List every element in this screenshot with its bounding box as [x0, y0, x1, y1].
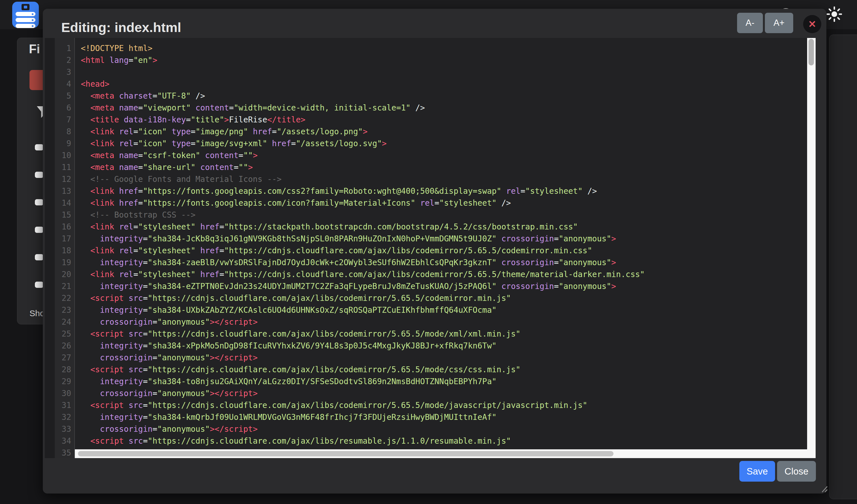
line-number: 26 [55, 340, 74, 352]
font-increase-button[interactable]: A+ [765, 13, 793, 33]
screen: FileRise Fi D Sho Editing: index.html A-… [0, 0, 857, 504]
line-number: 3 [55, 66, 74, 78]
code-line[interactable]: integrity="sha384-xPpkMo5nDgD98fIcuRVYhx… [81, 340, 807, 352]
theme-toggle-sun-icon[interactable] [827, 6, 842, 22]
code-line[interactable]: <script src="https://cdnjs.cloudflare.co… [81, 399, 807, 411]
line-number: 5 [55, 90, 74, 102]
line-number: 12 [55, 173, 74, 185]
line-number: 32 [55, 411, 74, 423]
editor-modal: Editing: index.html A- A+ ✕ 123456789101… [43, 9, 826, 493]
file-checkbox[interactable] [35, 227, 44, 233]
code-line[interactable]: integrity="sha384-JcKb8q3iqJ61gNV9KGb8th… [81, 233, 807, 245]
code-line[interactable]: integrity="sha384-to8njsu2GAiXQnY/aLGzz0… [81, 376, 807, 387]
line-number: 19 [55, 257, 74, 268]
line-number: 1 [55, 42, 74, 54]
modal-title: Editing: index.html [61, 20, 181, 35]
line-number: 18 [55, 245, 74, 257]
line-number: 34 [55, 435, 74, 447]
code-line[interactable]: <html lang="en"> [81, 54, 807, 66]
show-label: Sho [30, 309, 45, 318]
code-line[interactable]: integrity="sha384-UXbkZAbZYZ/KCAslc6UO4d… [81, 304, 807, 316]
logo-bar [16, 24, 35, 28]
line-number: 16 [55, 221, 74, 233]
line-number: 6 [55, 102, 74, 114]
file-checkbox[interactable] [35, 172, 44, 178]
code-line[interactable]: <script src="https://cdnjs.cloudflare.co… [81, 364, 807, 376]
line-number: 14 [55, 197, 74, 209]
code-line[interactable]: <link rel="stylesheet" href="https://cdn… [81, 245, 807, 257]
font-decrease-button[interactable]: A- [737, 13, 763, 33]
line-number: 22 [55, 292, 74, 304]
resize-handle[interactable] [818, 485, 828, 493]
code-line[interactable]: <link rel="stylesheet" href="https://cdn… [81, 268, 807, 280]
file-checkbox[interactable] [35, 144, 44, 151]
code-line[interactable]: <meta name="share-url" content=""> [81, 161, 807, 173]
line-number: 13 [55, 185, 74, 197]
code-line[interactable]: <script src="https://cdnjs.cloudflare.co… [81, 435, 807, 447]
panel-title: Fi [29, 42, 40, 56]
code-line[interactable]: <link rel="icon" type="image/png" href="… [81, 126, 807, 138]
line-number: 2 [55, 54, 74, 66]
code-editor[interactable]: 1234567891011121314151617181920212223242… [45, 38, 816, 458]
code-line[interactable]: integrity="sha384-zaeBlB/vwYsDRSlFajnDd7… [81, 257, 807, 268]
line-number: 7 [55, 114, 74, 126]
line-number: 35 [55, 447, 74, 459]
code-line[interactable]: crossorigin="anonymous"></script> [81, 352, 807, 364]
close-button[interactable]: Close [777, 461, 816, 482]
code-line[interactable]: integrity="sha384-eZTPTN0EvJdn23s24UDYJm… [81, 280, 807, 292]
code-line[interactable]: <title data-i18n-key="title">FileRise</t… [81, 114, 807, 126]
line-number: 10 [55, 150, 74, 161]
close-icon[interactable]: ✕ [803, 15, 821, 33]
code-line[interactable]: <link rel="stylesheet" href="https://sta… [81, 221, 807, 233]
line-number: 29 [55, 376, 74, 387]
code-line[interactable]: <script src="https://cdnjs.cloudflare.co… [81, 292, 807, 304]
code-line[interactable]: <meta name="viewport" content="width=dev… [81, 102, 807, 114]
code-line[interactable]: <head> [81, 78, 807, 90]
line-number: 17 [55, 233, 74, 245]
editor-code[interactable]: <!DOCTYPE html><html lang="en"><head> <m… [75, 38, 807, 458]
code-line[interactable]: <link href="https://fonts.googleapis.com… [81, 185, 807, 197]
line-number: 25 [55, 328, 74, 340]
line-number: 23 [55, 304, 74, 316]
horizontal-scrollbar-thumb[interactable] [78, 451, 614, 456]
horizontal-scrollbar[interactable] [75, 449, 807, 458]
vertical-scrollbar-thumb[interactable] [808, 39, 814, 66]
vertical-scrollbar[interactable] [807, 38, 816, 458]
line-number: 30 [55, 387, 74, 399]
code-line[interactable]: <meta name="csrf-token" content=""> [81, 150, 807, 161]
file-checkbox[interactable] [35, 282, 44, 288]
line-number: 31 [55, 399, 74, 411]
line-number: 20 [55, 268, 74, 280]
editor-gutter: 1234567891011121314151617181920212223242… [55, 38, 75, 458]
line-number: 8 [55, 126, 74, 138]
code-line[interactable]: crossorigin="anonymous"></script> [81, 387, 807, 399]
file-checkbox[interactable] [35, 254, 44, 260]
editor-left-strip [45, 38, 55, 458]
code-line[interactable]: <!-- Google Fonts and Material Icons --> [81, 173, 807, 185]
line-number: 27 [55, 352, 74, 364]
code-line[interactable]: <meta charset="UTF-8" /> [81, 90, 807, 102]
code-line[interactable]: <script src="https://cdnjs.cloudflare.co… [81, 328, 807, 340]
code-line[interactable]: <link rel="icon" type="image/svg+xml" hr… [81, 138, 807, 150]
line-number: 24 [55, 316, 74, 328]
content-panel [829, 35, 857, 499]
code-line[interactable]: crossorigin="anonymous"></script> [81, 316, 807, 328]
line-number: 33 [55, 423, 74, 435]
code-line[interactable]: <link href="https://fonts.googleapis.com… [81, 197, 807, 209]
line-number: 11 [55, 161, 74, 173]
save-button[interactable]: Save [739, 461, 775, 482]
code-line[interactable]: <!DOCTYPE html> [81, 42, 807, 54]
line-number: 21 [55, 280, 74, 292]
code-line[interactable]: <!-- Bootstrap CSS --> [81, 209, 807, 221]
line-number: 28 [55, 364, 74, 376]
code-line[interactable]: integrity="sha384-kmQrbJf09Uo1WRLMDVGoVG… [81, 411, 807, 423]
line-number: 4 [55, 78, 74, 90]
code-line[interactable]: crossorigin="anonymous"></script> [81, 423, 807, 435]
file-checkbox[interactable] [35, 199, 44, 205]
line-number: 9 [55, 138, 74, 150]
code-line[interactable] [81, 66, 807, 78]
line-number: 15 [55, 209, 74, 221]
